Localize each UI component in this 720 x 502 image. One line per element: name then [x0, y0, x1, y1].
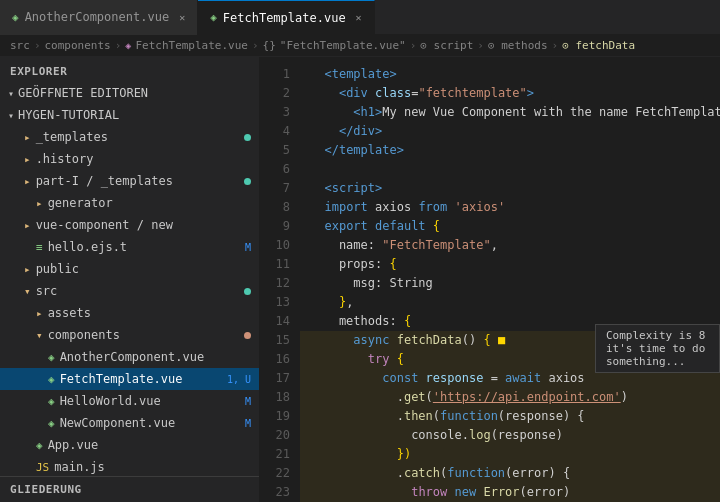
bc-obj: {} [263, 39, 276, 52]
code-line: console.log(response) [300, 426, 720, 445]
tab-close-active[interactable]: ✕ [356, 12, 362, 23]
bc-sep3: › [252, 39, 259, 52]
tree-item-label-part1: part-I / _templates [36, 174, 173, 188]
tree-item-label-vuecomp: vue-component / new [36, 218, 173, 232]
tree-item-app[interactable]: ◈ App.vue [0, 434, 259, 456]
code-line: methods: { [300, 312, 720, 331]
dot-badge-src [244, 288, 251, 295]
folder-icon-public: ▸ [24, 263, 31, 276]
code-line: try { [300, 350, 720, 369]
code-line: </template> [300, 141, 720, 160]
tree-item-public[interactable]: ▸ public [0, 258, 259, 280]
code-line: .catch(function(error) { [300, 464, 720, 483]
tree-item-label-helloworld: HelloWorld.vue [60, 394, 161, 408]
code-line: .then(function(response) { [300, 407, 720, 426]
folder-icon-generator: ▸ [36, 197, 43, 210]
tree-item-label: _templates [36, 130, 108, 144]
code-line: async fetchData() { ■ [300, 331, 720, 350]
badge-hello: M [245, 242, 259, 253]
bc-script: ⊙ script [420, 39, 473, 52]
collapse-arrow: ▾ [8, 88, 14, 99]
tree-item-label-fetch: FetchTemplate.vue [60, 372, 183, 386]
folder-icon-vuecomp: ▸ [24, 219, 31, 232]
vue-icon-active: ◈ [210, 11, 217, 24]
main-layout: EXPLORER ▾ GEÖFFNETE EDITOREN ▾ HYGEN-TU… [0, 57, 720, 502]
code-editor[interactable]: <template> <div class="fetchtemplate"> <… [300, 57, 720, 502]
sidebar-content: ▾ GEÖFFNETE EDITOREN ▾ HYGEN-TUTORIAL ▸ … [0, 82, 259, 476]
tree-item-mainjs[interactable]: JS main.js [0, 456, 259, 476]
code-line: const response = await axios [300, 369, 720, 388]
tree-item-label-hello: hello.ejs.t [48, 240, 127, 254]
code-line [300, 160, 720, 179]
badge-helloworld: M [245, 396, 259, 407]
code-line: }, [300, 293, 720, 312]
folder-icon-part1: ▸ [24, 175, 31, 188]
js-icon-main: JS [36, 461, 49, 474]
badge-newcomp: M [245, 418, 259, 429]
dot-badge-part1 [244, 178, 251, 185]
tree-item-newcomp[interactable]: ◈ NewComponent.vue M [0, 412, 259, 434]
vue-icon-fetch: ◈ [48, 373, 55, 386]
tree-item-label-newcomp: NewComponent.vue [60, 416, 176, 430]
outline-header: GLIEDERUNG [0, 476, 259, 502]
vue-icon-another: ◈ [48, 351, 55, 364]
bc-sep4: › [410, 39, 417, 52]
badge-fetch: 1, U [227, 374, 259, 385]
tab-anothercomponent[interactable]: ◈ AnotherComponent.vue ✕ [0, 0, 198, 35]
sidebar-header: EXPLORER [0, 57, 259, 82]
tree-item-label-assets: assets [48, 306, 91, 320]
bc-src: src [10, 39, 30, 52]
open-editors-label: GEÖFFNETE EDITOREN [18, 86, 148, 100]
tree-item-label-another: AnotherComponent.vue [60, 350, 205, 364]
tree-item-label-public: public [36, 262, 79, 276]
code-line: <h1>My new Vue Component with the name F… [300, 103, 720, 122]
tree-item-label-app: App.vue [48, 438, 99, 452]
vue-icon-app: ◈ [36, 439, 43, 452]
code-line: name: "FetchTemplate", [300, 236, 720, 255]
sidebar: EXPLORER ▾ GEÖFFNETE EDITOREN ▾ HYGEN-TU… [0, 57, 260, 502]
tree-item-helloworld[interactable]: ◈ HelloWorld.vue M [0, 390, 259, 412]
tree-item-components[interactable]: ▾ components [0, 324, 259, 346]
tree-item-generator[interactable]: ▸ generator [0, 192, 259, 214]
folder-icon: ▸ [24, 131, 31, 144]
editor-area: 1234567891011121314151617181920212223242… [260, 57, 720, 502]
tab-bar: ◈ AnotherComponent.vue ✕ ◈ FetchTemplate… [0, 0, 720, 35]
code-line: }) [300, 445, 720, 464]
tab-label: AnotherComponent.vue [25, 10, 170, 24]
code-line: .get('https://api.endpoint.com') [300, 388, 720, 407]
tree-item-part1[interactable]: ▸ part-I / _templates [0, 170, 259, 192]
tree-item-label-mainjs: main.js [54, 460, 105, 474]
code-line: import axios from 'axios' [300, 198, 720, 217]
tree-item-label-history: .history [36, 152, 94, 166]
tree-item-vuecomp[interactable]: ▸ vue-component / new [0, 214, 259, 236]
tree-item-fetchtemplate[interactable]: ◈ FetchTemplate.vue 1, U [0, 368, 259, 390]
breadcrumb: src › components › ◈ FetchTemplate.vue ›… [0, 35, 720, 57]
tab-close[interactable]: ✕ [179, 12, 185, 23]
bc-file: FetchTemplate.vue [135, 39, 248, 52]
project-arrow: ▾ [8, 110, 14, 121]
bc-fetchdata: ⊙ fetchData [562, 39, 635, 52]
project-label: HYGEN-TUTORIAL [18, 108, 119, 122]
bc-file-icon: ◈ [125, 40, 131, 51]
code-line: export default { [300, 217, 720, 236]
tab-fetchtemplate[interactable]: ◈ FetchTemplate.vue ✕ [198, 0, 374, 35]
code-line: msg: String [300, 274, 720, 293]
open-editors-section[interactable]: ▾ GEÖFFNETE EDITOREN [0, 82, 259, 104]
vue-icon-new: ◈ [48, 417, 55, 430]
tree-item-another[interactable]: ◈ AnotherComponent.vue [0, 346, 259, 368]
tree-item-assets[interactable]: ▸ assets [0, 302, 259, 324]
vue-icon: ◈ [12, 11, 19, 24]
tree-item-hello[interactable]: ≡ hello.ejs.t M [0, 236, 259, 258]
tree-item-label-generator: generator [48, 196, 113, 210]
dot-orange-components [244, 332, 251, 339]
code-line: throw new Error(error) [300, 483, 720, 502]
file-icon-hello: ≡ [36, 241, 43, 254]
project-section[interactable]: ▾ HYGEN-TUTORIAL [0, 104, 259, 126]
bc-sep6: › [552, 39, 559, 52]
bc-sep5: › [477, 39, 484, 52]
tree-item-templates[interactable]: ▸ _templates [0, 126, 259, 148]
tree-item-history[interactable]: ▸ .history [0, 148, 259, 170]
tree-item-src[interactable]: ▾ src [0, 280, 259, 302]
tree-item-label-src: src [36, 284, 58, 298]
vue-icon-hello: ◈ [48, 395, 55, 408]
